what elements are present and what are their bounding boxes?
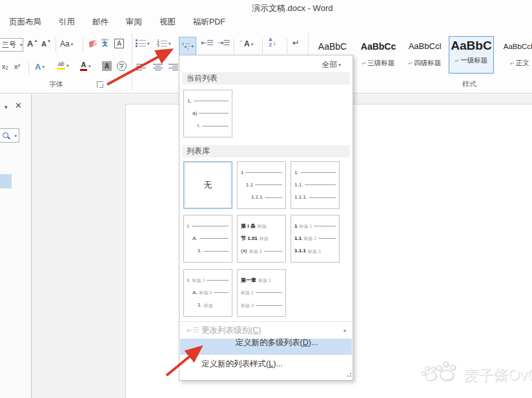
watermark: 麦子酱OvO bbox=[418, 359, 532, 391]
subscript-button[interactable]: x₂ bbox=[2, 63, 8, 70]
bulleted-list-icon bbox=[136, 39, 146, 47]
window-title: 演示文稿.docx - Word bbox=[252, 3, 332, 14]
list-option-chapter[interactable]: 第一章标题 1 标题 2 标题 3 bbox=[237, 269, 286, 317]
font-group-label: 字体 bbox=[49, 79, 63, 89]
down-arrow-icon: ↓ bbox=[273, 39, 276, 46]
list-option-decimal-dot[interactable]: 1. 1.1. 1.1.1. bbox=[291, 161, 340, 209]
list-preview-row: I.标题 1 bbox=[187, 277, 229, 283]
increase-indent-button[interactable]: ⇥ bbox=[218, 39, 230, 46]
tab-mailings[interactable]: 邮件 bbox=[92, 17, 108, 28]
chevron-down-icon[interactable]: ▾ bbox=[191, 44, 194, 48]
chevron-down-icon[interactable]: ▾ bbox=[169, 41, 171, 46]
list-preview-row: A. bbox=[192, 235, 229, 241]
menu-item-define-new-multilevel-list[interactable]: 定义新的多级列表(D)... bbox=[180, 339, 352, 355]
style-item-body[interactable]: AaBbCcD ↵正文 bbox=[498, 38, 532, 73]
indent-decrease-icon: ⇤ bbox=[187, 327, 199, 334]
align-right-button[interactable] bbox=[169, 64, 178, 71]
font-color-icon: A bbox=[80, 61, 87, 71]
chevron-down-icon[interactable]: ▾ bbox=[5, 104, 8, 110]
character-shading-button[interactable]: A bbox=[102, 61, 112, 71]
list-option-heading-decimal[interactable]: 1标题 1 1.1标题 2 1.1.1标题 3 bbox=[291, 215, 340, 263]
grow-font-button[interactable]: A ▲ bbox=[27, 39, 37, 48]
decrease-indent-button[interactable]: ⇤ bbox=[201, 39, 213, 46]
enclose-characters-button[interactable]: 字 bbox=[117, 61, 127, 71]
list-option-decimal[interactable]: 1 1.1 1.1.1 bbox=[237, 161, 286, 209]
phonetic-icon: wén 文 bbox=[101, 37, 108, 47]
numbering-button[interactable]: 1 2 3 ▾ bbox=[157, 39, 171, 47]
chevron-down-icon[interactable]: ▾ bbox=[42, 65, 45, 69]
change-case-button[interactable]: Aa ▾ bbox=[60, 39, 73, 48]
font-dialog-launcher-icon[interactable] bbox=[97, 81, 103, 88]
align-center-button[interactable] bbox=[153, 64, 163, 71]
font-size-combobox[interactable]: 三号 ▾ bbox=[0, 38, 23, 52]
phonetic-guide-button[interactable]: wén 文 bbox=[101, 37, 108, 47]
style-item-heading4[interactable]: AaBbCcl ↵四级标题 bbox=[404, 38, 446, 73]
indent-increase-icon: ⇥ bbox=[218, 39, 223, 46]
menu-item-change-list-level: ⇤ 更改列表级别(C) ▸ bbox=[180, 323, 352, 337]
chevron-down-icon[interactable]: ▾ bbox=[71, 42, 74, 46]
style-item-heading3[interactable]: AaBbCc ↵三级标题 bbox=[357, 38, 400, 73]
shrink-font-button[interactable]: A ▼ bbox=[41, 41, 50, 48]
sort-az-icon: A Z bbox=[269, 37, 272, 48]
tab-review[interactable]: 审阅 bbox=[126, 17, 142, 28]
list-option-none[interactable]: 无 bbox=[183, 161, 232, 209]
chevron-down-icon[interactable]: ▾ bbox=[66, 63, 69, 68]
superscript-button[interactable]: x² bbox=[14, 63, 20, 70]
clear-formatting-button[interactable] bbox=[89, 41, 97, 46]
tab-references[interactable]: 引用 bbox=[59, 17, 75, 28]
align-right-icon bbox=[169, 64, 178, 71]
bullets-button[interactable]: ▾ bbox=[136, 39, 150, 47]
list-preview-row: 标题 3 bbox=[241, 303, 282, 308]
divider bbox=[234, 39, 234, 54]
close-icon[interactable]: ✕ bbox=[15, 101, 22, 110]
font-size-value: 三号 bbox=[2, 40, 16, 50]
tab-foxit-pdf[interactable]: 福昕PDF bbox=[193, 17, 225, 28]
style-item-heading1-selected[interactable]: AaBbC ↵一级标题 bbox=[449, 36, 494, 74]
eraser-icon bbox=[89, 39, 97, 48]
list-option-roman[interactable]: I. A. 1. bbox=[183, 215, 232, 263]
list-option-heading-roman[interactable]: I.标题 1 A.标题 2 1.标题 bbox=[183, 269, 232, 317]
multilevel-list-icon: 1 a i bbox=[181, 43, 190, 50]
sort-button[interactable]: A Z ↓ bbox=[269, 37, 276, 48]
font-color-button[interactable]: A ▾ bbox=[80, 61, 91, 71]
tab-view[interactable]: 视图 bbox=[159, 17, 176, 28]
tab-page-layout[interactable]: 页面布局 bbox=[9, 17, 41, 28]
align-justify-button[interactable] bbox=[136, 64, 146, 71]
navigation-selected-item[interactable] bbox=[0, 174, 12, 188]
list-preview-row: 节 1.01标题 bbox=[241, 235, 282, 241]
character-border-button[interactable]: A bbox=[114, 39, 124, 48]
menu-item-define-new-list-style[interactable]: 定义新的列表样式(L)... bbox=[180, 357, 352, 371]
asian-layout-button[interactable]: ↔ A ▾ bbox=[240, 40, 253, 48]
chevron-down-icon[interactable]: ▾ bbox=[20, 43, 23, 47]
multilevel-list-button[interactable]: 1 a i ▾ bbox=[179, 37, 196, 55]
list-preview-row: 1.1.1. bbox=[294, 195, 336, 201]
list-preview-row: I. bbox=[187, 223, 229, 229]
list-preview-row: 1标题 1 bbox=[294, 223, 336, 229]
list-preview-row: 1.1标题 2 bbox=[294, 235, 336, 241]
grow-font-icon: ▲ bbox=[34, 39, 37, 43]
show-hide-marks-button[interactable]: ↵ bbox=[292, 38, 300, 48]
list-preview-row: i. bbox=[198, 123, 229, 129]
resize-grip[interactable] bbox=[347, 375, 349, 377]
paw-icon bbox=[435, 361, 457, 381]
chevron-down-icon[interactable]: ▾ bbox=[14, 134, 17, 138]
list-preview-row: 标题 2 bbox=[241, 290, 282, 295]
paragraph-mark-icon: ↵ bbox=[510, 61, 515, 66]
list-preview-row: 1.1.1 bbox=[251, 195, 282, 201]
text-effects-button[interactable]: A ▾ bbox=[35, 63, 45, 71]
text-highlight-button[interactable]: ab ▾ bbox=[57, 61, 69, 70]
chevron-down-icon[interactable]: ▾ bbox=[251, 42, 254, 46]
numbered-list-icon: 1 2 3 bbox=[157, 39, 167, 47]
navigation-search-input[interactable]: ▾ bbox=[0, 128, 19, 143]
chevron-down-icon[interactable]: ▾ bbox=[88, 64, 91, 68]
current-list-preview[interactable]: 1. a) i. bbox=[183, 90, 232, 137]
align-center-icon bbox=[153, 64, 163, 71]
list-preview-row: 1.1. bbox=[294, 182, 336, 188]
divider bbox=[56, 38, 56, 52]
gallery-filter-dropdown[interactable]: 全部 ▾ bbox=[322, 59, 341, 70]
chevron-down-icon[interactable]: ▾ bbox=[147, 41, 150, 46]
list-preview-row: 1.标题 bbox=[198, 303, 229, 308]
list-option-article-section[interactable]: 第 I 条标题 节 1.01标题 (a)标题 3 bbox=[237, 215, 286, 263]
paragraph-mark-icon: ↵ bbox=[455, 58, 460, 64]
navigation-pane: ▾ ✕ ▾ bbox=[0, 94, 32, 398]
